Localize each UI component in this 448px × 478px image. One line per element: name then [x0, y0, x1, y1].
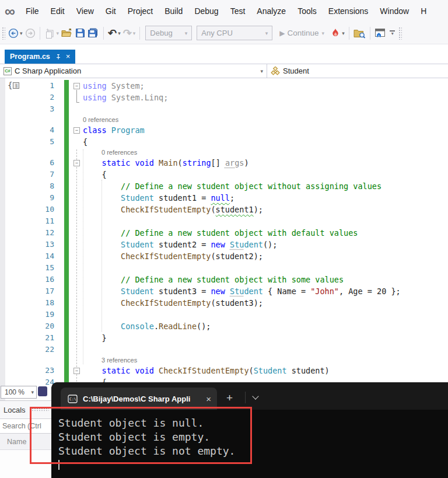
toolbar-separator	[139, 27, 140, 40]
code-line: 7 {	[0, 169, 448, 180]
svg-text:C:\: C:\	[69, 397, 76, 402]
line-number: 16	[0, 274, 54, 285]
menu-item-test[interactable]: Test	[225, 0, 251, 22]
forward-arrow-icon	[25, 28, 36, 39]
tab-program-cs[interactable]: Program.cs ×	[5, 50, 75, 64]
code-line: 4−class Program	[0, 124, 448, 136]
back-dropdown-caret[interactable]: ▾	[20, 30, 23, 36]
menu-item-window[interactable]: Window	[374, 0, 415, 22]
menu-item-tools[interactable]: Tools	[292, 0, 323, 22]
code-line: 19	[0, 309, 448, 320]
terminal-tab[interactable]: C:\ C:\Bijay\Demos\C Sharp Appli ×	[61, 388, 217, 410]
editor-zoom-dropdown[interactable]: 100 % ▾	[1, 386, 37, 399]
start-debug-icon[interactable]: ▶	[279, 29, 285, 37]
line-number: 21	[0, 332, 54, 344]
line-number: 20	[0, 320, 54, 332]
terminal-tab-bar: C:\ C:\Bijay\Demos\C Sharp Appli × +	[51, 382, 448, 410]
save-button[interactable]	[74, 28, 86, 38]
code-line: 8 // Define a new student object without…	[0, 180, 448, 192]
find-in-files-button[interactable]	[352, 28, 367, 39]
change-tracking-bar	[64, 115, 69, 124]
code-line: 15	[0, 262, 448, 274]
codelens-text: 0 references	[102, 148, 137, 157]
line-number: 18	[0, 297, 54, 309]
change-tracking-bar	[64, 124, 69, 136]
new-terminal-tab-button[interactable]: +	[226, 390, 233, 406]
solution-configuration-dropdown[interactable]: Debug ▾	[145, 26, 192, 40]
continue-button[interactable]: Continue	[288, 29, 319, 37]
fold-collapse-box[interactable]: −	[74, 160, 80, 166]
toolbar-grip-handle[interactable]	[2, 27, 5, 40]
change-tracking-bar	[64, 136, 69, 148]
open-file-button[interactable]	[60, 28, 74, 38]
continue-dropdown-caret[interactable]: ▾	[322, 30, 325, 36]
command-prompt-icon: C:\	[68, 395, 78, 403]
terminal-tab-title: C:\Bijay\Demos\C Sharp Appli	[83, 395, 202, 403]
navigate-forward-button[interactable]	[24, 28, 37, 39]
code-lines: 1−using System;2using System.Linq;30 ref…	[0, 80, 448, 388]
hot-reload-button[interactable]: ▾	[329, 28, 346, 39]
member-dropdown[interactable]: Student	[267, 64, 448, 78]
change-tracking-bar	[64, 157, 69, 169]
toolbar-separator	[103, 27, 104, 40]
panel-grip-handle[interactable]	[29, 408, 49, 411]
fold-collapse-box[interactable]: −	[74, 368, 80, 374]
zoom-caret: ▾	[31, 389, 34, 395]
toolbar-overflow-button[interactable]: ▾	[389, 30, 396, 36]
code-line: 10 CheckIfStudentEmpty(student1);	[0, 204, 448, 215]
code-line: 21 }	[0, 332, 448, 344]
hot-reload-caret[interactable]: ▾	[342, 30, 345, 36]
menu-item-analyze[interactable]: Analyze	[251, 0, 292, 22]
line-number: 14	[0, 250, 54, 262]
line-number: 3	[0, 103, 54, 115]
pin-icon[interactable]	[55, 54, 61, 60]
change-tracking-bar	[64, 309, 69, 320]
solution-platform-dropdown[interactable]: Any CPU ▾	[197, 26, 272, 40]
undo-dropdown-caret[interactable]: ▾	[118, 30, 121, 36]
close-tab-icon[interactable]: ×	[66, 53, 71, 60]
terminal-output[interactable]: Student object is null.Student object is…	[51, 410, 448, 470]
csharp-project-icon: C#	[4, 67, 12, 75]
panel-icon	[38, 386, 47, 396]
project-dropdown-caret: ▾	[260, 68, 263, 74]
codelens-indicator[interactable]: 0 references	[0, 115, 448, 124]
codelens-text: 3 references	[102, 355, 137, 365]
code-editor[interactable]: {▒ 1−using System;2using System.Linq;30 …	[0, 78, 448, 401]
terminal-dropdown-chevron-icon[interactable]	[252, 393, 258, 399]
code-line: 2using System.Linq;	[0, 92, 448, 103]
redo-dropdown-caret[interactable]: ▾	[133, 30, 136, 36]
hot-reload-flame-icon	[330, 28, 341, 39]
navigate-back-button[interactable]: ▾	[7, 28, 24, 39]
main-toolbar: ▾ ▾	[0, 22, 448, 44]
new-item-button[interactable]: ▾	[43, 28, 61, 39]
redo-button[interactable]: ↷ ▾	[122, 27, 137, 39]
menu-item-build[interactable]: Build	[159, 0, 188, 22]
close-terminal-tab-icon[interactable]: ×	[206, 394, 211, 404]
fold-collapse-box[interactable]: −	[74, 83, 80, 89]
new-item-dropdown-caret[interactable]: ▾	[57, 30, 60, 36]
menu-item-edit[interactable]: Edit	[45, 0, 71, 22]
terminal-window[interactable]: C:\ C:\Bijay\Demos\C Sharp Appli × + Stu…	[51, 382, 448, 478]
toolbar-grip-handle[interactable]	[398, 27, 402, 40]
codelens-indicator[interactable]: 3 references	[0, 355, 448, 365]
codelens-indicator[interactable]: 0 references	[0, 148, 448, 157]
menu-item-debug[interactable]: Debug	[188, 0, 224, 22]
menu-item-project[interactable]: Project	[122, 0, 159, 22]
menu-items: FileEditViewGitProjectBuildDebugTestAnal…	[20, 0, 432, 22]
project-dropdown[interactable]: C# C Sharp Application ▾	[0, 64, 267, 78]
menu-item-view[interactable]: View	[71, 0, 100, 22]
change-tracking-bar	[64, 320, 69, 332]
menu-item-git[interactable]: Git	[100, 0, 122, 22]
menu-item-h[interactable]: H	[415, 0, 432, 22]
terminal-cursor	[58, 460, 60, 470]
menu-item-file[interactable]: File	[20, 0, 45, 22]
project-name: C Sharp Application	[15, 67, 259, 75]
save-all-button[interactable]	[86, 28, 100, 38]
terminal-output-line: Student object is empty.	[58, 430, 448, 444]
fold-collapse-box[interactable]: −	[74, 127, 80, 134]
undo-button[interactable]: ↶ ▾	[107, 27, 122, 39]
menu-item-extensions[interactable]: Extensions	[323, 0, 374, 22]
web-browser-button[interactable]	[373, 28, 387, 38]
code-text: // Define a new student object with some…	[83, 274, 344, 285]
line-number: 11	[0, 215, 54, 227]
